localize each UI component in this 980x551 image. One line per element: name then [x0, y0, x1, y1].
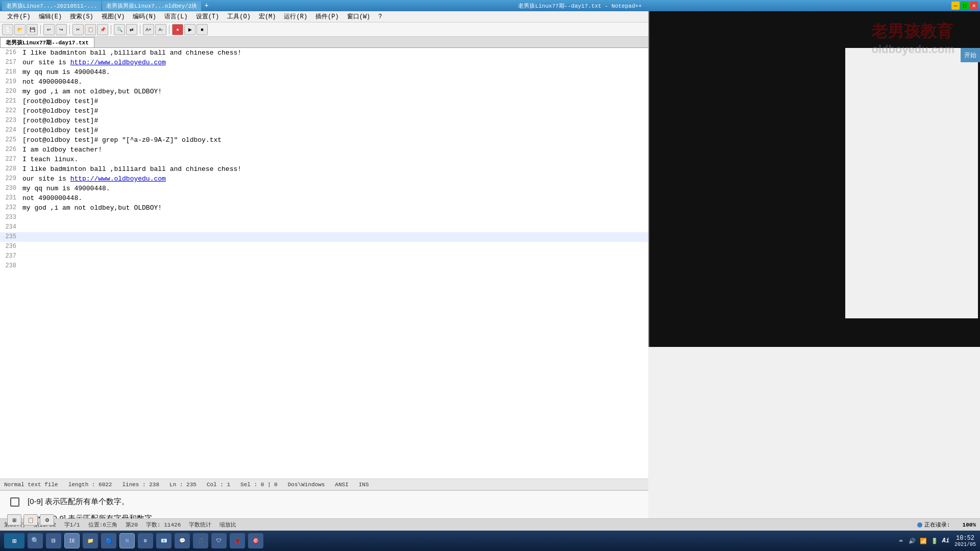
taskbar-time[interactable]: 10:52 2021/05 — [954, 535, 976, 547]
code-line-221[interactable]: 221[root@oldboy test]# — [0, 96, 648, 106]
code-line-223[interactable]: 223[root@oldboy test]# — [0, 116, 648, 126]
taskbar-app-1[interactable]: IE — [64, 533, 80, 548]
open-button[interactable]: 开始 — [961, 48, 980, 62]
menu-tools[interactable]: 工具(O) — [223, 11, 255, 22]
toolbar-find[interactable]: 🔍 — [114, 24, 125, 35]
minimize-button[interactable]: ─ — [951, 2, 960, 10]
tray-icon-3[interactable]: 📶 — [919, 536, 928, 545]
float-btn-2[interactable]: 📋 — [23, 514, 38, 525]
code-line-235[interactable]: 235 — [0, 232, 648, 242]
line-content: my qq num is 49000448. — [20, 184, 648, 193]
toolbar-zoom-in[interactable]: A+ — [143, 24, 154, 35]
toolbar-paste[interactable]: 📌 — [97, 24, 108, 35]
taskbar-app-3[interactable]: 🔵 — [101, 533, 116, 548]
window-controls: ─ □ ✕ — [951, 2, 978, 10]
toolbar-play[interactable]: ▶ — [184, 24, 195, 35]
code-line-229[interactable]: 229our site is http://www.oldboyedu.com — [0, 174, 648, 184]
code-line-224[interactable]: 224[root@oldboy test]# — [0, 126, 648, 135]
menu-view[interactable]: 视图(V) — [97, 11, 129, 22]
code-line-222[interactable]: 222[root@oldboy test]# — [0, 106, 648, 116]
toolbar-open[interactable]: 📂 — [14, 24, 26, 35]
toolbar-copy[interactable]: 📋 — [85, 24, 96, 35]
taskbar-app-9[interactable]: 🛡 — [211, 533, 227, 548]
tray-icon-1[interactable]: ⌨ — [896, 536, 905, 545]
title-tab-2[interactable]: 老男孩男孩Linux7...oldbey/2块 — [102, 1, 201, 11]
toolbar-zoom-out[interactable]: A- — [155, 24, 166, 35]
taskbar-app-2[interactable]: 📁 — [83, 533, 98, 548]
menu-run[interactable]: 运行(R) — [280, 11, 311, 22]
menu-file[interactable]: 文件(F) — [3, 11, 35, 22]
taskbar-app-8[interactable]: 🎵 — [193, 533, 208, 548]
menu-window[interactable]: 窗口(W) — [343, 11, 375, 22]
new-tab-button[interactable]: + — [204, 2, 208, 10]
code-line-238[interactable]: 238 — [0, 261, 648, 271]
toolbar-record[interactable]: ● — [172, 24, 183, 35]
taskbar-app-6[interactable]: 📧 — [156, 533, 172, 548]
editor-content[interactable]: 216I like badminton ball ,billiard ball … — [0, 48, 648, 490]
tray-icon-2[interactable]: 🔊 — [908, 536, 917, 545]
title-tab-1[interactable]: 老男孩Linux7...-20210511-... — [2, 1, 101, 11]
menu-settings[interactable]: 设置(T) — [192, 11, 224, 22]
code-line-233[interactable]: 233 — [0, 213, 648, 222]
code-line-217[interactable]: 217our site is http://www.oldboyedu.com — [0, 58, 648, 67]
right-panel-preview — [845, 48, 978, 318]
line-content: [root@oldboy test]# grep "[^a-z0-9A-Z]" … — [20, 135, 648, 145]
tray-icon-ai[interactable]: Ai — [941, 536, 950, 545]
code-line-230[interactable]: 230my qq num is 49000448. — [0, 184, 648, 193]
line-content: our site is http://www.oldboyedu.com — [20, 58, 648, 67]
code-line-236[interactable]: 236 — [0, 242, 648, 252]
editor-area[interactable]: 216I like badminton ball ,billiard ball … — [0, 48, 648, 490]
code-line-219[interactable]: 219not 4900000448. — [0, 77, 648, 87]
menu-help[interactable]: ? — [374, 12, 386, 21]
line-number: 221 — [0, 96, 20, 106]
code-line-225[interactable]: 225[root@oldboy test]# grep "[^a-z0-9A-Z… — [0, 135, 648, 145]
toolbar-cut[interactable]: ✂ — [72, 24, 84, 35]
toolbar-new[interactable]: 📄 — [2, 24, 13, 35]
status-sel: Sel : 0 | 0 — [240, 482, 278, 488]
taskbar-app-5[interactable]: ⚙ — [138, 533, 153, 548]
float-btn-1[interactable]: ⊞ — [7, 514, 21, 525]
checkbox-1[interactable] — [10, 497, 19, 507]
taskbar-taskview[interactable]: ⊟ — [46, 533, 61, 548]
toolbar-replace[interactable]: ⇄ — [126, 24, 137, 35]
toolbar-save[interactable]: 💾 — [27, 24, 38, 35]
status-length: length : 6022 — [68, 482, 112, 488]
file-tab-active[interactable]: 老男孩Linux77期--day17.txt — [0, 37, 94, 47]
float-btn-3[interactable]: ⚙ — [40, 514, 54, 525]
taskbar-app-11[interactable]: 🎯 — [248, 533, 263, 548]
code-line-234[interactable]: 234 — [0, 222, 648, 232]
taskbar-app-4[interactable]: N — [119, 533, 135, 548]
status-ins: INS — [359, 482, 369, 488]
code-line-232[interactable]: 232my god ,i am not oldbey,but OLDBOY! — [0, 203, 648, 213]
tray-icon-4[interactable]: 🔋 — [930, 536, 939, 545]
menu-edit[interactable]: 编辑(E) — [35, 11, 66, 22]
taskbar-search[interactable]: 🔍 — [28, 533, 43, 548]
menu-macro[interactable]: 宏(M) — [255, 11, 280, 22]
code-line-228[interactable]: 228I like badminton ball ,billiard ball … — [0, 164, 648, 174]
code-line-220[interactable]: 220my god ,i am not oldbey,but OLDBOY! — [0, 87, 648, 96]
code-line-231[interactable]: 231not 4900000448. — [0, 193, 648, 203]
toolbar-redo[interactable]: ↪ — [56, 24, 67, 35]
line-number: 225 — [0, 135, 20, 145]
right-panel — [648, 0, 980, 347]
code-line-237[interactable]: 237 — [0, 252, 648, 261]
menu-language[interactable]: 语言(L) — [160, 11, 192, 22]
code-line-227[interactable]: 227I teach linux. — [0, 155, 648, 164]
hyperlink[interactable]: http://www.oldboyedu.com — [70, 175, 166, 183]
start-button[interactable]: ⊞ — [4, 533, 24, 548]
menu-search[interactable]: 搜索(S) — [66, 11, 97, 22]
code-line-226[interactable]: 226I am oldboy teacher! — [0, 145, 648, 155]
close-button[interactable]: ✕ — [970, 2, 978, 10]
code-line-216[interactable]: 216I like badminton ball ,billiard ball … — [0, 48, 648, 58]
maximize-button[interactable]: □ — [961, 2, 969, 10]
code-line-218[interactable]: 218my qq num is 49000448. — [0, 67, 648, 77]
taskbar-app-10[interactable]: 🐞 — [230, 533, 245, 548]
toolbar-undo[interactable]: ↩ — [43, 24, 55, 35]
hyperlink[interactable]: http://www.oldboyedu.com — [70, 59, 166, 66]
menu-encoding[interactable]: 编码(N) — [129, 11, 160, 22]
toolbar-stop[interactable]: ■ — [197, 24, 208, 35]
toolbar-sep-3 — [111, 25, 111, 34]
menu-plugins[interactable]: 插件(P) — [311, 11, 343, 22]
taskbar-app-7[interactable]: 💬 — [175, 533, 190, 548]
line-number: 237 — [0, 252, 20, 261]
